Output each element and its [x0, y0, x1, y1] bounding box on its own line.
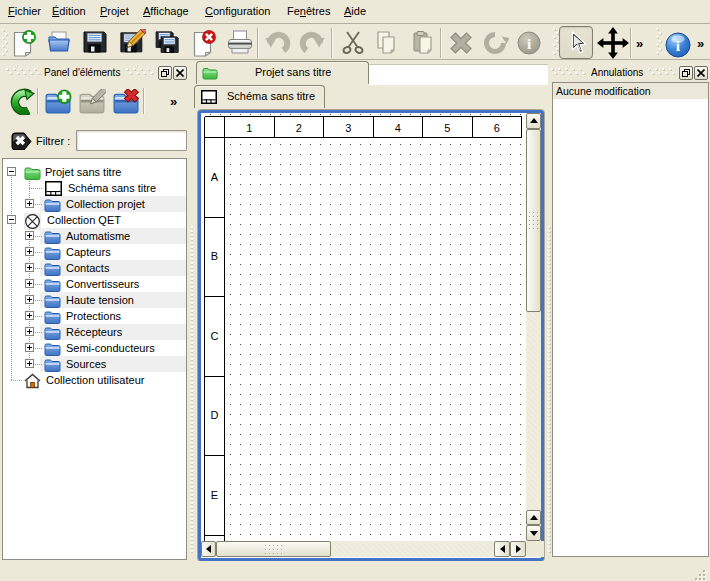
- svg-text:C: C: [210, 329, 218, 341]
- svg-text:1: 1: [246, 121, 252, 133]
- svg-text:A: A: [210, 170, 218, 182]
- svg-text:2: 2: [295, 121, 301, 133]
- svg-text:D: D: [210, 409, 218, 421]
- svg-text:E: E: [210, 488, 217, 500]
- svg-text:B: B: [210, 250, 217, 262]
- svg-text:4: 4: [394, 121, 400, 133]
- svg-text:3: 3: [345, 121, 351, 133]
- svg-text:5: 5: [444, 121, 450, 133]
- svg-text:i: i: [527, 36, 531, 52]
- svg-text:i: i: [676, 37, 681, 54]
- svg-text:6: 6: [493, 121, 499, 133]
